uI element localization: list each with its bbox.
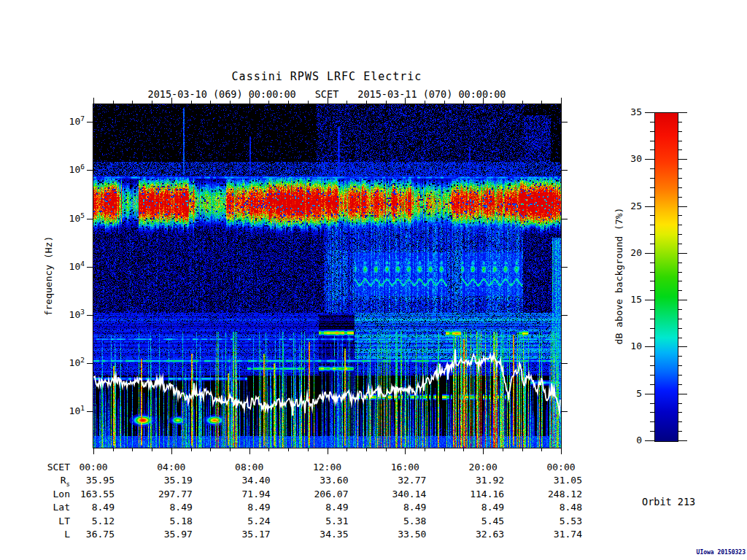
colorbar-tick-right (678, 122, 682, 122)
ephemeris-value: 35.17 (242, 529, 271, 540)
colorbar-tick-left (650, 122, 654, 122)
colorbar-tick-label: 5 (613, 388, 642, 399)
colorbar-tick-left (645, 440, 654, 441)
colorbar-tick-left (650, 290, 654, 291)
y-axis-tick-right (562, 411, 568, 412)
ephemeris-row-label: L (15, 529, 70, 540)
colorbar-tick-label: 25 (613, 201, 642, 211)
ephemeris-value: 35.19 (164, 475, 193, 486)
ephemeris-value: 5.38 (403, 516, 426, 526)
colorbar-tick-right (678, 394, 687, 394)
x-axis-tick-bottom (463, 448, 464, 451)
scet-start-label: 2015-03-10 (069) 00:00:00 (148, 88, 296, 100)
colorbar-tick-left (650, 178, 654, 179)
x-axis-tick-top (328, 98, 328, 104)
ephemeris-value: 16:00 (391, 462, 419, 472)
x-axis-tick-top (191, 101, 192, 104)
y-axis-label: 105 (58, 211, 85, 224)
y-axis-tick-left (87, 411, 93, 412)
ephemeris-value: 340.14 (392, 489, 426, 499)
ephemeris-value: 31.74 (554, 529, 582, 540)
colorbar-tick-right (678, 112, 687, 113)
x-axis-tick-top (522, 101, 523, 104)
ephemeris-value: 35.95 (86, 475, 115, 486)
x-axis-tick-bottom (132, 448, 133, 451)
y-axis-tick-left (87, 363, 93, 364)
colorbar-tick-right (678, 338, 682, 338)
colorbar-tick-label: 20 (613, 247, 642, 258)
x-axis-tick-bottom (288, 448, 289, 451)
colorbar-tick-right (678, 309, 682, 310)
y-axis-tick-right (562, 122, 568, 122)
ephemeris-row-label: SCET (15, 462, 70, 472)
ephemeris-row-label: Lon (15, 489, 70, 499)
colorbar-tick-right (678, 431, 682, 432)
colorbar-tick-left (650, 412, 654, 413)
colorbar-tick-label: 10 (613, 341, 642, 351)
ephemeris-value: 5.45 (481, 516, 504, 526)
x-axis-tick-bottom (249, 448, 250, 454)
y-axis-title: frequency (Hz) (43, 225, 54, 327)
ephemeris-value: 20:00 (469, 462, 498, 472)
colorbar-tick-left (645, 300, 654, 300)
colorbar-tick-right (678, 225, 682, 225)
y-axis-tick-left (87, 315, 93, 316)
x-axis-tick-top (425, 101, 425, 104)
colorbar-tick-right (678, 187, 682, 188)
colorbar-tick-left (650, 197, 654, 198)
colorbar-tick-label: 0 (613, 435, 642, 446)
x-axis-tick-top (541, 101, 542, 104)
ephemeris-row-label: Lat (15, 502, 70, 513)
colorbar-tick-right (678, 234, 682, 235)
colorbar-tick-right (678, 159, 687, 160)
colorbar-tick-left (645, 394, 654, 394)
colorbar-tick-right (678, 215, 682, 216)
ephemeris-value: 32.63 (476, 529, 504, 540)
ephemeris-value: 00:00 (546, 462, 575, 472)
colorbar-tick-right (678, 440, 687, 441)
colorbar-tick-left (650, 356, 654, 357)
colorbar-tick-left (645, 206, 654, 207)
y-axis-label: 101 (58, 404, 85, 416)
colorbar-tick-left (650, 234, 654, 235)
colorbar-tick-left (650, 328, 654, 329)
colorbar-tick-left (650, 141, 654, 141)
colorbar-tick-label: 35 (613, 106, 642, 117)
x-axis-tick-bottom (444, 448, 445, 451)
x-axis-tick-bottom (171, 448, 172, 454)
spectrogram-plot-area (93, 104, 562, 448)
colorbar-tick-right (678, 319, 682, 319)
colorbar-tick-right (678, 328, 682, 329)
colorbar-tick-left (650, 272, 654, 273)
ephemeris-value: 8.49 (325, 502, 348, 513)
y-axis-tick-left (87, 219, 93, 219)
colorbar-tick-label: 30 (613, 153, 642, 164)
y-axis-tick-right (562, 267, 568, 268)
ephemeris-value: 114.16 (470, 489, 504, 499)
x-axis-tick-top (268, 101, 269, 104)
y-axis-tick-left (87, 122, 93, 122)
y-axis-tick-right (562, 315, 568, 316)
x-axis-tick-top (405, 98, 406, 104)
ephemeris-value: 8.49 (247, 502, 270, 513)
colorbar-tick-right (678, 197, 682, 198)
colorbar-tick-right (678, 262, 682, 263)
colorbar-tick-left (650, 431, 654, 432)
x-axis-tick-bottom (483, 448, 484, 454)
x-axis-tick-top (347, 101, 347, 104)
ephemeris-value: 5.31 (325, 516, 348, 526)
ephemeris-value: 5.24 (247, 516, 270, 526)
ephemeris-value: 33.60 (320, 475, 348, 486)
x-axis-tick-bottom (268, 448, 269, 451)
colorbar-tick-left (650, 225, 654, 225)
colorbar-tick-left (650, 187, 654, 188)
x-axis-tick-bottom (405, 448, 406, 454)
colorbar-tick-right (678, 281, 682, 281)
x-axis-tick-top (366, 101, 367, 104)
ephemeris-value: 297.77 (158, 489, 193, 499)
colorbar-tick-right (678, 206, 687, 207)
x-axis-tick-top (308, 101, 309, 104)
colorbar-tick-label: 15 (613, 294, 642, 305)
ephemeris-value: 8.49 (92, 502, 115, 513)
spectrogram-canvas (93, 104, 561, 448)
